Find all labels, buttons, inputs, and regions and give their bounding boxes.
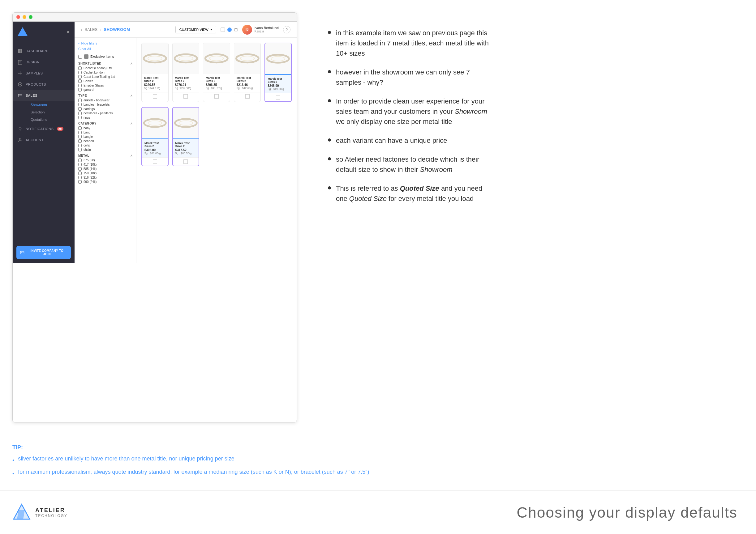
product-price-4: $213.46 bbox=[237, 83, 258, 87]
filter-necklaces[interactable]: necklaces - pendants bbox=[78, 112, 132, 115]
bullet-dot-6 bbox=[328, 186, 331, 190]
filter-375[interactable]: 375 (9k) bbox=[78, 159, 132, 162]
sidebar-item-products[interactable]: Products bbox=[13, 79, 74, 90]
shortlisted-chevron[interactable]: ∧ bbox=[130, 62, 132, 65]
product-checkbox-2[interactable] bbox=[183, 94, 188, 99]
filter-band[interactable]: band bbox=[78, 131, 132, 134]
filter-label: Cartier bbox=[84, 79, 93, 83]
product-checkbox-row-1 bbox=[142, 92, 168, 100]
design-label: Design bbox=[26, 60, 40, 64]
user-avatar: IB bbox=[242, 25, 252, 35]
exclusive-items-checkbox[interactable] bbox=[78, 55, 82, 59]
list-view-toggle[interactable] bbox=[221, 28, 225, 32]
category-chevron[interactable]: ∧ bbox=[130, 122, 132, 125]
product-weight-7: 5g : $63.50/g bbox=[176, 152, 197, 155]
product-checkbox-6[interactable] bbox=[153, 160, 157, 164]
product-checkbox-7[interactable] bbox=[183, 160, 188, 164]
hide-filters-link[interactable]: < Hide filters bbox=[78, 41, 132, 45]
sidebar-sub-showroom[interactable]: Showroom bbox=[26, 101, 74, 109]
metal-chevron[interactable]: ∧ bbox=[130, 154, 132, 157]
help-button[interactable]: ? bbox=[283, 26, 290, 33]
product-grid-row1: Marek Test Sizes 2 $220.56 5g : $44.11/g bbox=[141, 43, 292, 102]
filter-750[interactable]: 750 (18k) bbox=[78, 171, 132, 175]
filter-bangle[interactable]: bangle bbox=[78, 135, 132, 139]
svg-point-23 bbox=[240, 56, 255, 61]
filter-585[interactable]: 585 (14k) bbox=[78, 167, 132, 170]
product-checkbox-4[interactable] bbox=[245, 94, 250, 99]
sidebar-item-sales[interactable]: Sales bbox=[13, 90, 74, 101]
grid-view-toggle[interactable] bbox=[227, 28, 232, 32]
breadcrumb-parent[interactable]: SALES bbox=[84, 27, 97, 32]
filter-417[interactable]: 417 (10k) bbox=[78, 163, 132, 166]
type-label: Type bbox=[78, 94, 87, 97]
sidebar-item-notifications[interactable]: Notifications 28 bbox=[13, 123, 74, 135]
clear-all-link[interactable]: Clear All bbox=[78, 47, 132, 51]
close-btn[interactable] bbox=[16, 15, 20, 19]
tip-label: TIP: bbox=[13, 445, 738, 451]
type-chevron[interactable]: ∧ bbox=[130, 94, 132, 97]
filter-anklets[interactable]: anklets - bodywear bbox=[78, 99, 132, 102]
filter-emptier-states[interactable]: Emptier States bbox=[78, 84, 132, 87]
filter-cachet-london-ltd[interactable]: Cachet (London) Ltd bbox=[78, 66, 132, 70]
sidebar-sub-quotations[interactable]: Quotations bbox=[26, 116, 74, 123]
min-btn[interactable] bbox=[23, 15, 26, 19]
bullet-item-4: each variant can have a unique price bbox=[328, 135, 489, 145]
svg-point-18 bbox=[175, 54, 197, 63]
filter-cachet-london[interactable]: Cachet London bbox=[78, 71, 132, 74]
bullet-text-3: In order to provide clean user experienc… bbox=[336, 96, 489, 127]
filter-rings[interactable]: rings bbox=[78, 116, 132, 119]
sidebar-sub-selection[interactable]: Selection bbox=[26, 109, 74, 116]
exclusive-items-row[interactable]: Exclusive Items bbox=[78, 54, 132, 59]
filter-990[interactable]: 990 (24k) bbox=[78, 180, 132, 184]
filter-chain[interactable]: chain bbox=[78, 148, 132, 151]
quoted-size-bold: Quoted Size bbox=[400, 185, 439, 192]
grid-icon[interactable]: ⊞ bbox=[234, 27, 238, 32]
bullet-item-5: so Atelier need factories to decide whic… bbox=[328, 154, 489, 175]
svg-point-16 bbox=[144, 54, 166, 63]
filter-baby[interactable]: baby bbox=[78, 126, 132, 130]
filter-celtic[interactable]: celtic bbox=[78, 144, 132, 147]
back-button[interactable]: ‹ bbox=[81, 27, 82, 32]
samples-label: Samples bbox=[26, 71, 43, 75]
sidebar: × Dashboard bbox=[13, 22, 74, 263]
sidebar-item-account[interactable]: Account bbox=[13, 135, 74, 145]
bullet-dot-5 bbox=[328, 157, 331, 160]
filter-916[interactable]: 916 (22k) bbox=[78, 176, 132, 179]
sidebar-item-dashboard[interactable]: Dashboard bbox=[13, 45, 74, 57]
product-weight-1: 5g : $44.11/g bbox=[144, 87, 166, 89]
product-checkbox-1[interactable] bbox=[153, 94, 157, 99]
product-price-2: $276.91 bbox=[175, 83, 197, 87]
filter-cartier[interactable]: Cartier bbox=[78, 79, 132, 83]
filter-earrings[interactable]: earrings bbox=[78, 107, 132, 111]
svg-point-10 bbox=[19, 84, 21, 85]
exclusive-icon bbox=[84, 54, 89, 59]
max-btn[interactable] bbox=[29, 15, 33, 19]
filter-beaded[interactable]: beaded bbox=[78, 140, 132, 143]
product-checkbox-3[interactable] bbox=[214, 94, 219, 99]
products-icon bbox=[18, 82, 23, 87]
footer-brand: ATELIER bbox=[35, 507, 68, 514]
browser-window: × Dashboard bbox=[13, 13, 297, 422]
account-icon bbox=[18, 138, 23, 142]
svg-rect-1 bbox=[20, 49, 22, 51]
sidebar-close-btn[interactable]: × bbox=[66, 29, 69, 36]
product-info-6: Marek Test Sizes 2 $305.00 5g : $61.00/g bbox=[142, 139, 168, 157]
sidebar-item-design[interactable]: Design bbox=[13, 57, 74, 68]
filter-bangles[interactable]: bangles - bracelets bbox=[78, 103, 132, 106]
sidebar-item-samples[interactable]: Samples bbox=[13, 68, 74, 79]
product-info-5: Marek Test Sizes 2 $248.99 5g : $49.80/g bbox=[265, 74, 291, 93]
svg-rect-11 bbox=[18, 94, 22, 97]
product-price-6: $305.00 bbox=[145, 148, 166, 152]
notifications-label: Notifications bbox=[26, 127, 54, 131]
product-weight-3: 5g : $41.27/g bbox=[206, 87, 227, 89]
atelier-logo-icon bbox=[13, 503, 31, 521]
bullet-dot-4 bbox=[328, 139, 331, 141]
invite-company-button[interactable]: INVITE COMPANY TO JOIN bbox=[16, 246, 71, 259]
svg-point-28 bbox=[175, 119, 197, 127]
filter-carat-lane[interactable]: Carat Lane Trading Ltd bbox=[78, 75, 132, 79]
filter-garrard[interactable]: garrard bbox=[78, 88, 132, 91]
customer-view-button[interactable]: CUSTOMER VIEW ▾ bbox=[176, 26, 216, 33]
product-checkbox-5[interactable] bbox=[276, 95, 280, 99]
user-company: Karizia bbox=[255, 30, 279, 33]
product-weight-5: 5g : $49.80/g bbox=[268, 88, 289, 90]
